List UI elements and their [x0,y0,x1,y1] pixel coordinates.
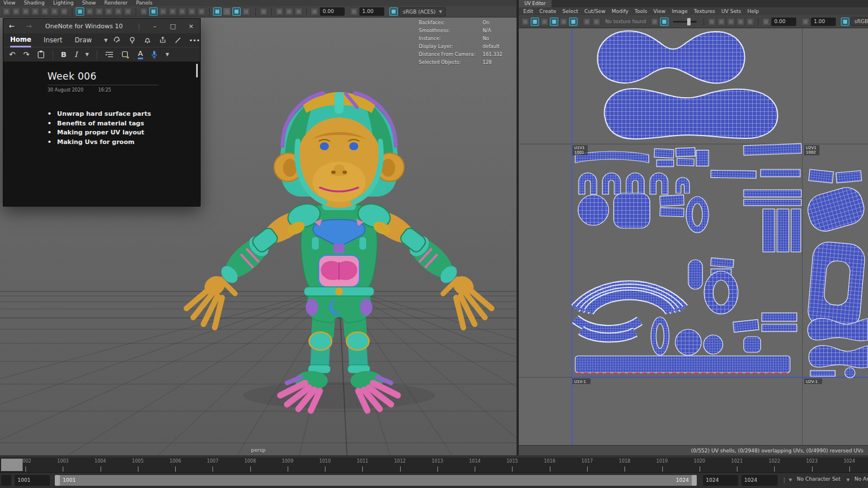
use-all-lights-icon[interactable] [178,7,186,16]
uv-editor-tab[interactable]: UV Editor [519,0,552,7]
image-ratio-icon[interactable] [592,18,601,26]
tab-draw[interactable]: Draw [75,34,92,46]
range-start-handle[interactable] [55,475,60,486]
paste-clipboard-icon[interactable] [37,50,45,59]
timeline-tick[interactable]: 1012 [390,457,410,472]
uv-menu-item[interactable]: Select [562,8,578,15]
uv-menu-item[interactable]: Create [539,8,556,15]
close-icon[interactable]: × [182,23,200,30]
uv-menu-item[interactable]: Modify [611,8,628,15]
timeline-tick[interactable]: 1015 [502,457,522,472]
time-slider[interactable]: 1002 1003 1004 1005 1006 1007 1008 [0,457,868,473]
occlusion-icon[interactable] [197,7,206,16]
multi-cut-icon[interactable] [285,7,293,16]
playback-end-field[interactable]: 1024 [703,475,738,486]
note-bullet[interactable]: Benefits of material tags [47,119,200,129]
image-dim-slider[interactable] [673,21,697,23]
back-icon[interactable]: ← [3,22,20,30]
four-pane-layout-icon[interactable] [105,7,113,16]
timeline-tick[interactable]: 1003 [53,457,72,472]
image-plane-icon[interactable] [41,7,49,16]
view-transform-icon[interactable] [841,18,849,26]
viewport-menu-item[interactable]: Shading [24,0,45,6]
timeline-tick[interactable]: 1010 [315,457,335,472]
textured-icon[interactable] [168,7,177,16]
lightbulb-icon[interactable] [128,36,136,44]
uv-grid-icon[interactable] [521,18,530,26]
tabs-chevron-icon[interactable]: ▼ [104,38,107,43]
timeline-tick[interactable]: 1019 [653,457,672,472]
dictate-mic-icon[interactable] [151,50,158,59]
timeline-tick[interactable]: 1004 [91,457,110,472]
exposure-field[interactable]: 0.00 [320,7,345,16]
crop-region-icon[interactable] [294,7,303,16]
xray-joints-icon[interactable] [223,7,231,16]
exposure-gear-icon[interactable] [762,18,770,26]
uv-menu-item[interactable]: Tools [635,8,647,15]
uv-menu-item[interactable]: Cut/Sew [584,8,605,15]
shadows-icon[interactable] [188,7,196,16]
more-options-icon[interactable]: ••• [189,37,200,44]
single-pane-layout-icon[interactable] [76,7,84,16]
two-d-pan-zoom-icon[interactable] [50,7,59,16]
timeline-tick[interactable]: 1022 [765,457,784,472]
uv-colorspace-dropdown[interactable]: sRGB (ACES) ▼ [850,17,868,26]
tab-insert[interactable]: Insert [44,34,62,46]
camera-attributes-icon[interactable] [21,7,30,16]
timeline-tick[interactable]: 1016 [540,457,559,472]
todo-tag-icon[interactable]: ★ [121,51,130,59]
smooth-shade-icon[interactable] [149,7,158,16]
animation-end-field[interactable]: 1024 [741,475,778,486]
lasso-select-icon[interactable] [727,18,735,26]
gamma-field[interactable]: 1.00 [359,7,384,16]
isolate-select-icon[interactable] [232,7,241,16]
ribbon-more-chevron-icon[interactable]: ▼ [166,49,169,60]
viewport-menu-item[interactable]: Renderer [105,0,128,6]
viewport-menu-item[interactable]: Show [82,0,96,6]
view-transform-icon[interactable] [389,7,398,16]
timeline-tick[interactable]: 1014 [465,457,484,472]
sync-share-icon[interactable] [112,36,121,44]
uv-checker-icon[interactable] [540,18,549,26]
timeline-tick[interactable]: 1020 [690,457,709,472]
timeline-tick[interactable]: 1002 [16,457,35,472]
scrollbar[interactable] [196,64,198,77]
snapshot-icon[interactable] [275,7,284,16]
dim-image-icon[interactable] [650,18,659,26]
selection-arrow-icon[interactable] [259,7,268,16]
gamma-contrast-icon[interactable] [801,18,810,26]
view-image-icon[interactable] [660,18,669,26]
bell-icon[interactable] [144,36,151,44]
uv-menu-item[interactable]: Textures [694,8,715,15]
timeline-tick[interactable]: 1017 [578,457,597,472]
timeline-tick[interactable]: 1023 [802,457,822,472]
texture-borders-icon[interactable] [550,18,558,26]
uv-shells[interactable] [575,31,868,378]
plugin-shapes-icon[interactable] [242,7,250,16]
uv-menu-item[interactable]: Image [672,8,688,15]
timeline-tick[interactable]: 1005 [128,457,147,472]
range-end-handle[interactable] [692,475,697,486]
uv-menu-item[interactable]: Edit [523,8,533,15]
uv-menu-item[interactable]: Help [748,8,760,15]
colorspace-dropdown[interactable]: sRGB (ACES) ▼ [399,7,446,16]
undo-icon[interactable]: ↶ [9,49,15,60]
range-slider[interactable]: 1001 1024 [55,475,697,486]
pen-icon[interactable] [174,36,182,44]
onenote-titlebar[interactable]: ← → OneNote for Windows 10 | – □ × [3,19,200,33]
viewport-menu-item[interactable]: Panels [136,0,153,6]
gamma-contrast-icon[interactable] [350,7,358,16]
hypershade-layout-icon[interactable] [124,7,132,16]
highlighter-icon[interactable]: A [138,50,143,59]
three-pane-layout-icon[interactable] [95,7,103,16]
note-title[interactable]: Week 006 [47,71,200,82]
outliner-layout-icon[interactable] [114,7,123,16]
timeline-tick[interactable]: 1013 [428,457,447,472]
timeline-tick[interactable]: 1006 [166,457,185,472]
character-set-dropdown[interactable]: No Character Set [797,476,840,482]
note-bullet[interactable]: Making Uvs for groom [47,138,200,147]
timeline-tick[interactable]: 1007 [203,457,222,472]
xray-icon[interactable] [213,7,222,16]
indent-list-icon[interactable] [105,51,114,58]
animation-start-field[interactable] [1,475,11,486]
